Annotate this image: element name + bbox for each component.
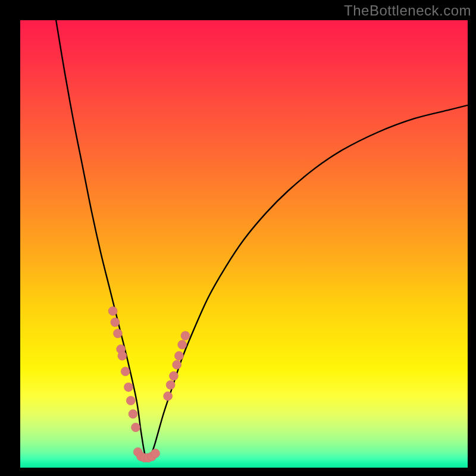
data-dot	[166, 380, 175, 389]
dots-bottom-cluster	[133, 447, 159, 462]
watermark-text: TheBottleneck.com	[344, 2, 471, 19]
data-dot	[164, 392, 173, 400]
data-dot	[126, 396, 135, 405]
data-dot	[174, 352, 183, 361]
data-dot	[121, 367, 130, 376]
data-dot	[129, 409, 137, 418]
data-dot	[118, 352, 127, 361]
data-dot	[151, 449, 160, 458]
data-dot	[178, 340, 187, 349]
data-dot	[131, 423, 140, 432]
dots-right-cluster	[164, 331, 190, 401]
curve-layer	[20, 20, 468, 468]
chart-frame: TheBottleneck.com	[0, 0, 476, 476]
data-dot	[108, 306, 117, 315]
data-dot	[111, 318, 120, 327]
data-dot	[173, 361, 181, 369]
bottleneck-curve-path	[56, 20, 468, 459]
data-dot	[169, 371, 178, 380]
bottleneck-curve	[56, 20, 468, 459]
plot-area	[20, 20, 468, 468]
data-dot	[113, 329, 122, 338]
data-dot	[181, 331, 190, 340]
data-dot	[124, 383, 133, 392]
dots-left-cluster	[108, 306, 140, 432]
